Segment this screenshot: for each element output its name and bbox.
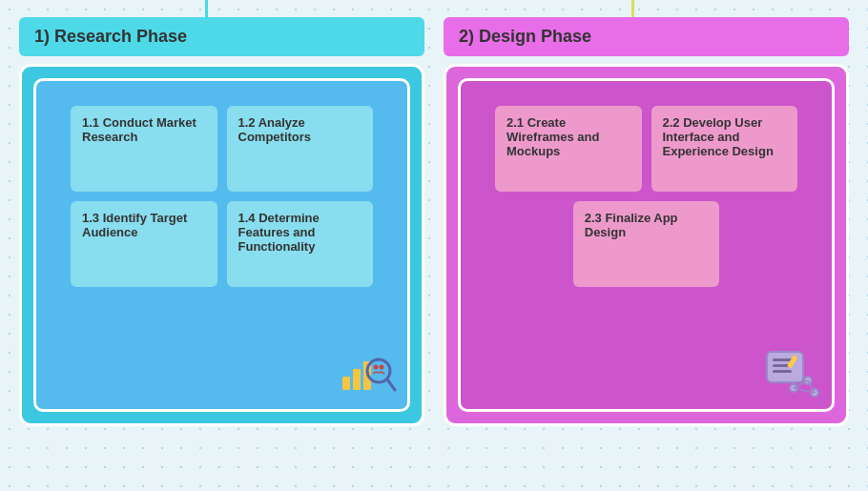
research-task-grid: 1.1 Conduct Market Research 1.2 Analyze … [52, 96, 392, 297]
task-2-2-label: 2.2 Develop User Interface and Experienc… [663, 115, 774, 158]
design-icon [765, 350, 822, 398]
connector-left [205, 0, 208, 17]
design-task-area: 2.1 Create Wireframes and Mockups 2.2 De… [476, 96, 816, 297]
design-icon-area [765, 350, 822, 401]
research-phase-title: 1) Research Phase [34, 27, 187, 46]
research-outer-box: 1.1 Conduct Market Research 1.2 Analyze … [19, 64, 424, 426]
design-row-1: 2.1 Create Wireframes and Mockups 2.2 De… [495, 106, 797, 192]
task-2-2: 2.2 Develop User Interface and Experienc… [651, 106, 798, 192]
research-phase-header: 1) Research Phase [19, 17, 424, 56]
svg-rect-0 [342, 377, 350, 390]
design-outer-box: 2.1 Create Wireframes and Mockups 2.2 De… [444, 64, 849, 426]
task-2-1: 2.1 Create Wireframes and Mockups [495, 106, 642, 192]
task-2-3-label: 2.3 Finalize App Design [585, 211, 678, 239]
svg-rect-9 [773, 364, 790, 367]
task-1-3-label: 1.3 Identify Target Audience [82, 211, 187, 239]
task-1-2-label: 1.2 Analyze Competitors [238, 115, 312, 144]
task-1-1-label: 1.1 Conduct Market Research [82, 115, 196, 144]
task-1-1: 1.1 Conduct Market Research [71, 106, 217, 192]
research-icon [341, 350, 398, 398]
design-row-2: 2.3 Finalize App Design [495, 201, 797, 287]
task-2-1-label: 2.1 Create Wireframes and Mockups [506, 115, 599, 158]
research-phase-column: 1) Research Phase 1.1 Conduct Market Res… [19, 0, 424, 426]
design-phase-header: 2) Design Phase [444, 17, 849, 56]
design-inner-box: 2.1 Create Wireframes and Mockups 2.2 De… [458, 78, 835, 412]
connector-right [631, 0, 634, 17]
task-1-2: 1.2 Analyze Competitors [227, 106, 374, 192]
design-phase-title: 2) Design Phase [459, 27, 591, 46]
svg-point-6 [380, 365, 384, 370]
svg-rect-10 [773, 370, 792, 373]
design-phase-column: 2) Design Phase 2.1 Create Wireframes an… [444, 0, 849, 426]
svg-rect-1 [353, 369, 361, 390]
svg-point-5 [374, 365, 379, 370]
task-2-3: 2.3 Finalize App Design [573, 201, 720, 287]
task-1-4: 1.4 Determine Features and Functionality [227, 201, 374, 287]
research-icon-area [341, 350, 398, 401]
research-inner-box: 1.1 Conduct Market Research 1.2 Analyze … [33, 78, 410, 412]
svg-line-4 [387, 379, 395, 390]
task-1-3: 1.3 Identify Target Audience [71, 201, 217, 287]
task-1-4-label: 1.4 Determine Features and Functionality [238, 211, 320, 254]
